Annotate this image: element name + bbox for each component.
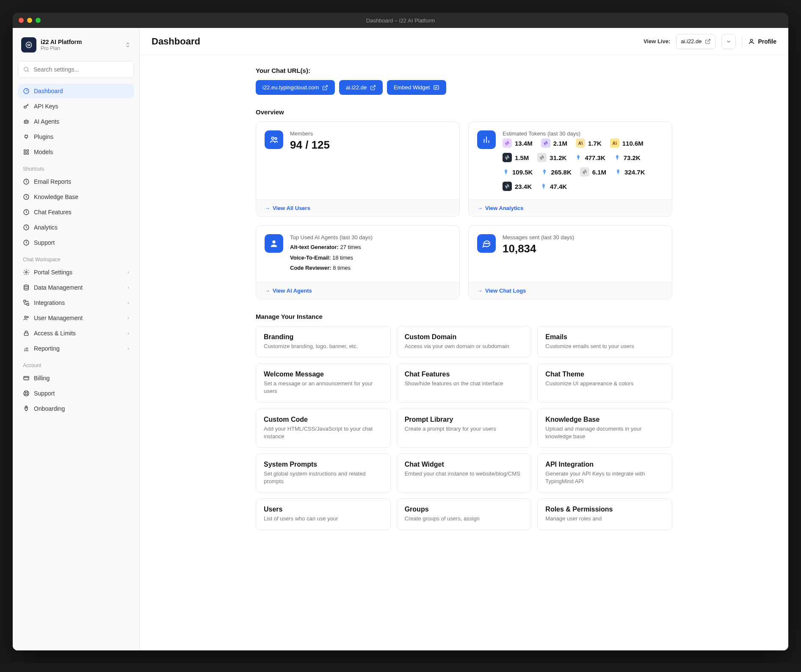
token-item: 73.2K [614,153,641,162]
manage-custom-domain[interactable]: Custom DomainAccess via your own domain … [397,326,532,357]
token-item: 47.4K [540,182,567,191]
gem-icon [540,183,547,190]
external-icon [322,85,328,91]
manage-custom-code[interactable]: Custom CodeAdd your HTML/CSS/JavaScript … [256,409,391,448]
chart-icon [23,345,30,352]
chat-url-ai-i22-de[interactable]: ai.i22.de [339,80,383,95]
gem-icon [503,169,509,175]
token-item: A\1.7K [576,138,602,148]
users-icon [265,130,283,149]
view-live-label: View Live: [644,38,670,44]
manage-chat-features[interactable]: Chat FeaturesShow/hide features on the c… [397,363,532,402]
nav-integrations[interactable]: Integrations› [18,296,134,310]
svg-rect-20 [27,303,29,305]
token-item: 23.4K [503,182,532,191]
nav-plugins[interactable]: Plugins [18,130,134,144]
manage-api-integration[interactable]: API IntegrationGenerate your API Keys to… [537,454,672,492]
nav-analytics[interactable]: Analytics [18,220,134,235]
manage-prompt-library[interactable]: Prompt LibraryCreate a prompt library fo… [397,409,532,448]
page-header: Dashboard View Live: ai.i22.de [140,28,788,55]
search-input[interactable] [18,61,134,78]
chat-urls-title: Your Chat URL(s): [256,67,672,74]
token-item: 109.5K [503,167,533,177]
nav-ai-agents[interactable]: AI Agents [18,114,134,129]
token-item: 1.5M [503,153,529,162]
nav-support[interactable]: Support [18,386,134,401]
view-chat-logs-link[interactable]: →View Chat Logs [477,288,663,294]
nav-chat-features[interactable]: Chat Features [18,205,134,219]
url-dropdown-button[interactable] [721,34,736,49]
manage-system-prompts[interactable]: System PromptsSet global system instruct… [256,454,391,492]
svg-point-22 [27,316,28,318]
svg-point-5 [25,122,25,122]
agent-row: Alt-text Generator: 27 times [290,242,451,253]
nav-section-shortcuts: Shortcuts [18,160,134,174]
user-icon [748,38,755,45]
nav-knowledge-base[interactable]: Knowledge Base [18,190,134,204]
model-icon [23,149,30,155]
nav-dashboard[interactable]: Dashboard [18,84,134,98]
svg-point-26 [25,392,27,394]
manage-emails[interactable]: EmailsCustomize emails sent to your user… [537,326,672,357]
svg-rect-7 [25,136,28,138]
manage-chat-theme[interactable]: Chat ThemeCustomize UI appeareance & col… [537,363,672,402]
main: Dashboard View Live: ai.i22.de [140,28,788,650]
gem-icon [615,169,621,175]
chat-url-i22-eu-typingcloud-com[interactable]: i22.eu.typingcloud.com [256,80,335,95]
nav-data-management[interactable]: Data Management› [18,280,134,295]
window-title: Dashboard – i22 AI Platform [366,17,435,24]
view-analytics-link[interactable]: →View Analytics [477,205,663,211]
chat-url-embed-widget[interactable]: Embed Widget [387,80,446,95]
agent-row: Code Reviewer: 8 times [290,263,451,274]
titlebar: Dashboard – i22 AI Platform [13,13,788,28]
chat-icon [477,234,496,253]
org-selector[interactable]: i22 AI Platform Pro Plan [18,35,134,55]
svg-rect-10 [24,152,26,154]
manage-users[interactable]: UsersList of users who can use your [256,498,391,530]
manage-groups[interactable]: GroupsCreate groups of users, assign [397,498,532,530]
profile-button[interactable]: Profile [748,38,776,45]
nav-api-keys[interactable]: API Keys [18,99,134,113]
manage-chat-widget[interactable]: Chat WidgetEmbed your chat instance to w… [397,454,532,492]
nav-support[interactable]: Support [18,235,134,250]
clock-icon [23,239,30,246]
external-link-icon [705,39,711,44]
svg-rect-23 [24,333,28,335]
life-ring-icon [23,390,30,397]
agent-row: Voice-To-Email: 18 times [290,253,451,263]
window-minimize-button[interactable] [27,18,32,23]
nav-models[interactable]: Models [18,145,134,159]
nav-onboarding[interactable]: Onboarding [18,401,134,416]
manage-roles-permissions[interactable]: Roles & PermissionsManage user roles and [537,498,672,530]
window-close-button[interactable] [19,18,24,23]
nav-billing[interactable]: Billing [18,371,134,385]
lock-icon [23,330,30,337]
view-ai-agents-link[interactable]: →View AI Agents [265,288,451,294]
org-plan: Pro Plan [41,45,121,51]
svg-point-30 [272,137,274,140]
model-badge-icon [537,153,547,162]
window-maximize-button[interactable] [36,18,41,23]
key-icon [23,103,30,110]
overview-title: Overview [256,108,672,116]
nav-access-&-limits[interactable]: Access & Limits› [18,326,134,340]
manage-branding[interactable]: BrandingCustomize branding, logo, banner… [256,326,391,357]
tokens-card: Estimated Tokens (last 30 days) 13.4M2.1… [468,122,672,217]
token-item: 6.1M [580,167,606,177]
nav-email-reports[interactable]: Email Reports [18,174,134,189]
model-badge-icon [503,153,512,162]
nav-portal-settings[interactable]: Portal Settings› [18,265,134,279]
manage-welcome-message[interactable]: Welcome MessageSet a message or an annou… [256,363,391,402]
live-url-box[interactable]: ai.i22.de [676,34,715,49]
svg-point-33 [485,243,486,244]
nav-reporting[interactable]: Reporting› [18,341,134,356]
manage-knowledge-base[interactable]: Knowledge BaseUpload and manage document… [537,409,672,448]
nav-user-management[interactable]: User Management› [18,311,134,325]
model-badge-icon [541,138,550,148]
manage-title: Manage Your Instance [256,313,672,320]
nav-section-account: Account [18,357,134,371]
widget-icon [433,84,439,91]
card-icon [23,375,30,382]
anthropic-badge-icon: A\ [610,138,619,148]
view-all-users-link[interactable]: →View All Users [265,205,451,211]
